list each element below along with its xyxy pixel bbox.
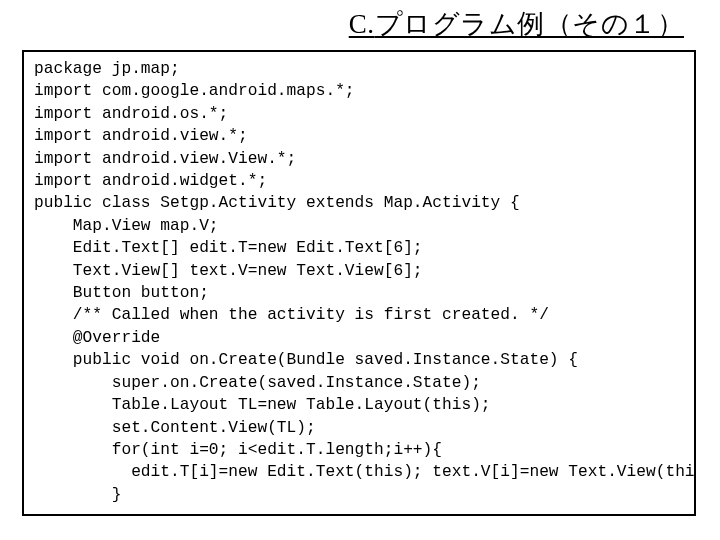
title-text: プログラム例（その１） [375,9,685,39]
code-listing: package jp.map; import com.google.androi… [34,58,684,506]
page-title: C.プログラム例（その１） [349,6,684,42]
slide: C.プログラム例（その１） package jp.map; import com… [0,0,720,540]
code-box: package jp.map; import com.google.androi… [22,50,696,516]
title-prefix: C. [349,9,375,39]
